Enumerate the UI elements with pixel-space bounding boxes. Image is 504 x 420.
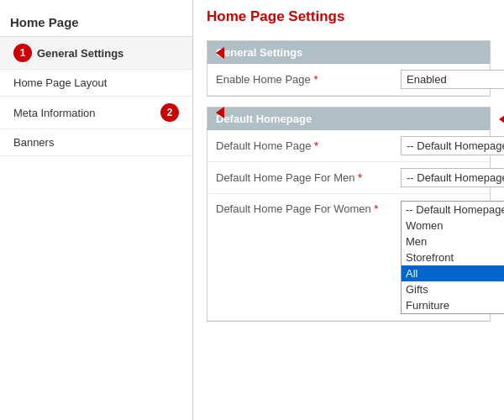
field-value-enable-home-page: Enabled [401,70,504,89]
arrow-shape-2 [216,107,224,118]
women-dropdown[interactable]: -- Default Homepage - Women Men Storefro… [401,201,504,314]
sidebar-item-label: Home Page Layout [13,76,107,89]
general-settings-header-label: General Settings [216,46,302,59]
field-value-default-home-page-women: -- Default Homepage - Women Men Storefro… [401,201,504,314]
sidebar-item-banners[interactable]: Banners [0,129,192,156]
dropdown-option-all[interactable]: All [402,265,504,281]
arrow-shape-3 [499,113,504,125]
general-settings-header: General Settings [207,41,490,64]
annotation-arrow-2 [216,107,224,118]
dropdown-option-storefront[interactable]: Storefront [402,249,504,265]
required-star: * [313,73,318,86]
badge-2-wrapper: 2 [160,103,179,122]
default-homepage-header: Default Homepage 3 [207,108,490,130]
field-row-default-home-page: Default Home Page * -- Default Homepage [207,130,490,162]
dropdown-option-gifts[interactable]: Gifts [402,281,504,297]
main-content: Home Page Settings General Settings Enab… [193,0,504,420]
field-row-enable-home-page: Enable Home Page * Enabled [207,64,490,96]
arrow-shape-1 [216,47,224,59]
sidebar-item-label: Meta Information [13,107,96,119]
dropdown-option-women[interactable]: Women [402,218,504,234]
field-label-default-home-page-men: Default Home Page For Men * [216,171,401,184]
field-row-default-home-page-women: Default Home Page For Women * -- Default… [207,194,490,321]
field-value-default-home-page-men: -- Default Homepage [401,168,504,187]
page-title: Home Page Settings [207,8,491,29]
sidebar-item-home-page-layout[interactable]: Home Page Layout [0,70,192,97]
default-homepage-header-label: Default Homepage [216,113,312,125]
enable-home-page-value[interactable]: Enabled [401,70,504,89]
field-value-default-home-page: -- Default Homepage [401,136,504,155]
field-label-default-home-page: Default Home Page * [216,139,401,152]
default-home-page-value[interactable]: -- Default Homepage [401,136,504,155]
field-row-default-home-page-men: Default Home Page For Men * -- Default H… [207,162,490,194]
sidebar-title: Home Page [0,8,192,37]
badge-1: 1 [13,44,32,62]
general-settings-section: General Settings Enable Home Page * Enab… [207,40,491,97]
annotation-arrow-1 [216,47,224,59]
sidebar-item-meta-information[interactable]: Meta Information 2 [0,97,192,129]
dropdown-option-men[interactable]: Men [402,234,504,249]
badge-2: 2 [160,103,179,122]
dropdown-option-furniture[interactable]: Furniture [402,297,504,313]
dropdown-option-default[interactable]: -- Default Homepage - [402,202,504,218]
default-home-page-men-value[interactable]: -- Default Homepage [401,168,504,187]
sidebar-item-general-settings[interactable]: 1 General Settings [0,37,192,70]
sidebar: Home Page 1 General Settings Home Page L… [0,0,193,420]
field-label-default-home-page-women: Default Home Page For Women * [216,201,401,215]
sidebar-item-label: Banners [13,136,54,149]
default-homepage-section: Default Homepage 3 Default Home Page * -… [207,107,491,322]
sidebar-item-label: General Settings [37,47,123,60]
annotation-3: 3 [499,110,504,129]
field-label-enable-home-page: Enable Home Page * [216,73,401,86]
